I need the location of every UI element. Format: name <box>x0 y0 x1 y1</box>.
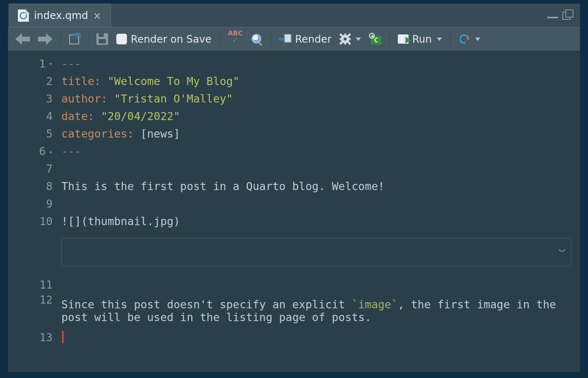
magnifier-icon <box>251 33 263 45</box>
line-number-gutter: 1▾ 2 3 4 5 6▴ 7 8 9 10 11 12 13 <box>8 51 58 372</box>
render-options-button[interactable] <box>337 32 363 46</box>
spellcheck-button[interactable]: ABC✓ <box>226 29 245 49</box>
yaml-key: author: <box>61 92 107 105</box>
chevron-down-icon <box>437 38 442 41</box>
tab-index-qmd[interactable]: index.qmd × <box>9 4 111 27</box>
render-button[interactable]: Render <box>277 32 334 47</box>
line-number: 10 <box>39 215 53 228</box>
render-on-save-toggle[interactable]: Render on Save <box>114 32 214 47</box>
line-number: 3 <box>46 92 53 105</box>
code-text: --- <box>61 57 81 70</box>
quarto-file-icon <box>18 9 29 22</box>
minimize-pane-button[interactable] <box>547 9 558 18</box>
editor-toolbar: Render on Save ABC✓ Render C Run <box>8 27 580 51</box>
line-number: 11 <box>39 278 53 291</box>
nav-forward-button[interactable] <box>36 32 55 46</box>
text-cursor <box>62 331 64 343</box>
code-text: ![](thumbnail.jpg) <box>61 215 180 228</box>
render-on-save-label: Render on Save <box>131 33 211 45</box>
editor-pane: index.qmd × Render on Save ABC✓ Render <box>8 4 580 372</box>
yaml-key: title: <box>61 75 101 88</box>
tab-close-icon[interactable]: × <box>93 10 101 21</box>
image-preview-placeholder[interactable]: ︾ <box>61 238 571 266</box>
gear-icon <box>340 34 351 45</box>
render-icon <box>279 34 291 44</box>
spellcheck-icon: ABC✓ <box>228 31 243 47</box>
arrow-left-icon <box>15 33 30 45</box>
toolbar-separator <box>271 32 271 46</box>
run-button[interactable]: Run <box>396 32 444 47</box>
nav-back-button[interactable] <box>13 32 32 46</box>
line-number: 7 <box>46 162 53 175</box>
arrow-right-icon <box>38 33 53 45</box>
code-text: This is the first post in a Quarto blog.… <box>61 180 385 193</box>
line-number: 13 <box>39 331 53 344</box>
checkbox-unchecked-icon <box>116 34 127 45</box>
line-number: 1 <box>39 57 46 70</box>
yaml-key: date: <box>61 110 94 123</box>
toolbar-separator <box>61 32 61 46</box>
show-in-new-window-button[interactable] <box>67 32 82 46</box>
run-icon <box>398 34 409 44</box>
render-label: Render <box>295 33 332 45</box>
publish-button[interactable] <box>456 32 482 46</box>
popout-icon <box>69 34 80 45</box>
tab-bar: index.qmd × <box>8 4 580 27</box>
maximize-pane-button[interactable] <box>562 9 573 20</box>
save-icon <box>96 33 108 45</box>
tab-filename: index.qmd <box>34 9 88 22</box>
yaml-value: "Tristan O'Malley" <box>114 92 233 105</box>
chevron-down-icon <box>356 38 361 41</box>
pane-window-controls <box>547 9 573 20</box>
toolbar-separator <box>389 32 390 46</box>
line-number: 4 <box>46 110 53 123</box>
save-button[interactable] <box>94 32 110 46</box>
fold-down-icon[interactable]: ▾ <box>49 60 53 68</box>
fold-up-icon[interactable]: ▴ <box>49 147 53 155</box>
publish-icon <box>458 33 470 45</box>
line-number: 5 <box>46 127 53 140</box>
chevron-down-icon <box>475 38 480 41</box>
yaml-value: [news] <box>141 127 180 140</box>
code-text: --- <box>61 145 81 158</box>
expand-chevron-icon[interactable]: ︾ <box>558 247 564 258</box>
line-number: 6 <box>39 145 46 158</box>
yaml-key: categories: <box>61 127 134 140</box>
add-code-chunk-icon: C <box>369 34 381 45</box>
toolbar-separator <box>88 32 88 46</box>
code-area[interactable]: --- title: "Welcome To My Blog" author: … <box>58 51 580 372</box>
line-number: 9 <box>46 197 53 210</box>
line-number: 12 <box>39 293 53 306</box>
code-editor[interactable]: 1▾ 2 3 4 5 6▴ 7 8 9 10 11 12 13 --- titl… <box>8 51 580 372</box>
find-replace-button[interactable] <box>249 32 265 46</box>
toolbar-separator <box>450 32 450 46</box>
yaml-value: "Welcome To My Blog" <box>107 75 239 88</box>
insert-chunk-button[interactable]: C <box>367 32 383 46</box>
line-number: 8 <box>46 180 53 193</box>
code-text: Since this post doesn't specify an expli… <box>61 298 573 324</box>
run-label: Run <box>412 33 432 45</box>
toolbar-separator <box>219 32 220 46</box>
yaml-value: "20/04/2022" <box>101 110 180 123</box>
line-number: 2 <box>46 75 53 88</box>
